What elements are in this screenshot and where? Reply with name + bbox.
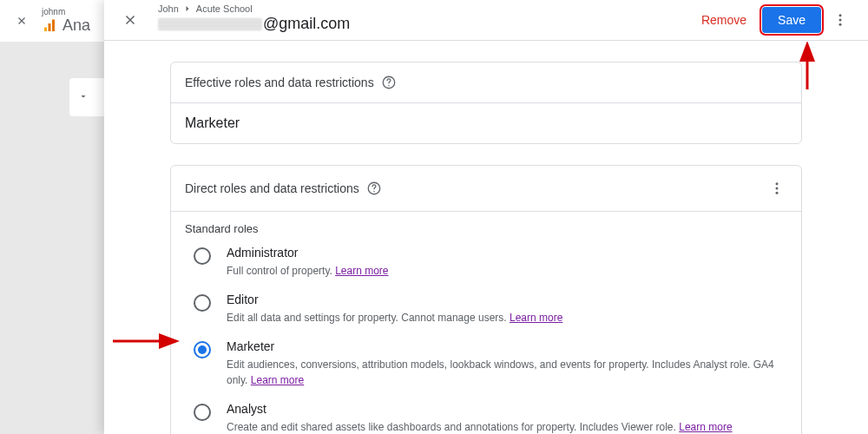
svg-point-11	[776, 187, 779, 190]
svg-rect-0	[44, 27, 47, 31]
role-title: Editor	[227, 293, 787, 306]
remove-button[interactable]: Remove	[693, 8, 755, 32]
user-email: @gmail.com	[158, 15, 693, 33]
close-panel-button[interactable]	[120, 10, 141, 30]
role-row-analyst[interactable]: Analyst Create and edit shared assets li…	[171, 395, 801, 434]
svg-point-12	[776, 192, 779, 194]
chevron-right-icon	[182, 3, 193, 14]
learn-more-link[interactable]: Learn more	[679, 421, 732, 433]
role-row-administrator[interactable]: Administrator Full control of property. …	[171, 239, 801, 286]
help-icon[interactable]	[381, 75, 397, 90]
role-title: Marketer	[227, 339, 787, 353]
role-row-marketer[interactable]: Marketer Edit audiences, conversions, at…	[171, 332, 801, 395]
breadcrumb-item[interactable]: John	[158, 3, 179, 14]
svg-point-9	[373, 191, 375, 193]
help-icon[interactable]	[366, 181, 382, 196]
effective-role-value: Marketer	[171, 103, 801, 143]
radio-editor[interactable]	[194, 294, 211, 312]
effective-roles-card: Effective roles and data restrictions Ma…	[170, 62, 802, 144]
more-options-button[interactable]	[830, 10, 851, 30]
radio-analyst[interactable]	[194, 404, 211, 421]
breadcrumb-item[interactable]: Acute School	[196, 3, 253, 14]
learn-more-link[interactable]: Learn more	[335, 265, 388, 277]
breadcrumb: John Acute School	[158, 3, 693, 14]
email-suffix: @gmail.com	[263, 15, 350, 33]
svg-point-3	[839, 14, 842, 16]
effective-roles-header: Effective roles and data restrictions	[171, 62, 801, 103]
role-desc: Create and edit shared assets like dashb…	[227, 419, 787, 434]
background-topbar: johnm Ana	[0, 0, 104, 42]
role-row-editor[interactable]: Editor Edit all data and settings for pr…	[171, 286, 801, 332]
role-desc: Full control of property. Learn more	[227, 263, 787, 279]
background-card-edge	[69, 78, 104, 116]
analytics-logo-icon	[42, 18, 57, 34]
svg-rect-2	[52, 19, 55, 31]
svg-point-4	[839, 19, 842, 22]
effective-roles-title: Effective roles and data restrictions	[185, 76, 374, 89]
role-title: Analyst	[227, 402, 787, 416]
background-body	[0, 42, 104, 116]
user-permissions-panel: John Acute School @gmail.com Remove Save…	[104, 0, 868, 434]
panel-header: John Acute School @gmail.com Remove Save	[104, 0, 868, 41]
direct-roles-header: Direct roles and data restrictions	[171, 166, 801, 212]
direct-roles-more-icon[interactable]	[766, 178, 787, 199]
learn-more-link[interactable]: Learn more	[510, 312, 562, 324]
redacted-email-prefix	[158, 18, 262, 30]
role-desc: Edit audiences, conversions, attribution…	[227, 357, 787, 388]
chevron-down-icon[interactable]	[78, 90, 89, 104]
role-title: Administrator	[227, 246, 787, 260]
svg-point-5	[839, 23, 842, 26]
standard-roles-label: Standard roles	[171, 212, 801, 239]
brand-text: Ana	[62, 16, 90, 35]
radio-administrator[interactable]	[194, 247, 211, 265]
svg-point-10	[776, 182, 779, 185]
learn-more-link[interactable]: Learn more	[251, 374, 304, 386]
direct-roles-title: Direct roles and data restrictions	[185, 181, 359, 195]
direct-roles-card: Direct roles and data restrictions Stand…	[170, 165, 802, 434]
bg-owner: johnm	[42, 7, 90, 16]
save-button[interactable]: Save	[762, 7, 821, 33]
panel-body: Effective roles and data restrictions Ma…	[104, 41, 868, 434]
close-icon[interactable]	[16, 15, 28, 27]
radio-marketer[interactable]	[194, 341, 211, 358]
svg-point-7	[388, 85, 390, 87]
role-desc: Edit all data and settings for property.…	[227, 310, 787, 326]
brand-area: johnm Ana	[42, 7, 90, 35]
background-app: johnm Ana	[0, 0, 104, 434]
svg-rect-1	[49, 23, 51, 31]
